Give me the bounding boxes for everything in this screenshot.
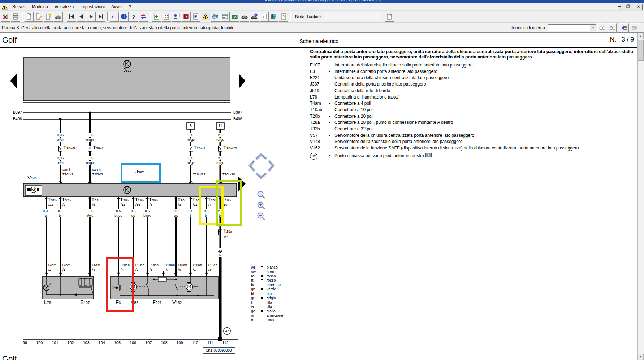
- bus-b406-left: B406: [13, 117, 22, 121]
- help-button[interactable]: ?: [129, 12, 138, 22]
- v148-motor-symbol: [25, 185, 42, 195]
- j519-label: J519: [123, 68, 131, 73]
- nav-first-button[interactable]: [67, 12, 76, 22]
- toolbar-separator: [65, 12, 65, 21]
- zoom-out-button[interactable]: [256, 212, 266, 221]
- schematic-code: 1K1-003090308: [203, 347, 235, 354]
- nav-last-button[interactable]: [96, 12, 105, 22]
- pan-up-button[interactable]: [254, 153, 268, 160]
- service-books-button[interactable]: [269, 12, 278, 22]
- properties-button[interactable]: [385, 12, 394, 22]
- pan-right-button[interactable]: [267, 159, 275, 173]
- application-window: Golf Schema elettrico N. 3 / 9 Centralin…: [0, 0, 644, 360]
- page-info-bar: Pagina 3: Centralina della porta anterio…: [0, 23, 644, 33]
- highlight-blue-j387: [121, 163, 161, 183]
- search-find-button[interactable]: [597, 23, 606, 32]
- ground-point-47: 47: [223, 327, 231, 335]
- prev-section-triangle: [10, 74, 17, 88]
- schematic-new-button[interactable]: [152, 12, 161, 22]
- menu-avvisi[interactable]: Avvisi: [108, 4, 126, 10]
- search-label: TTermine di ricerca:: [510, 25, 546, 30]
- minimize-button[interactable]: [617, 4, 625, 10]
- combo-dropdown-button[interactable]: ▼: [590, 25, 596, 31]
- vehicle-small-button[interactable]: [240, 12, 249, 22]
- zoom-select-button[interactable]: [256, 190, 266, 199]
- toolbar-separator: [150, 12, 151, 21]
- search-input[interactable]: [548, 25, 590, 31]
- window-title: Sistema elettronico di informazioni per …: [0, 0, 644, 2]
- refresh-button[interactable]: [139, 12, 148, 22]
- menu-servizi[interactable]: Servizi: [9, 4, 29, 10]
- menu-impostazioni[interactable]: Impostazioni: [77, 4, 108, 10]
- e107-label: E107: [80, 300, 90, 305]
- warnings-button[interactable]: [201, 12, 210, 22]
- toolbar-separator: [290, 12, 291, 21]
- next-section-triangle-top: [239, 74, 246, 88]
- panel-button[interactable]: [220, 12, 230, 22]
- l76-label: L76: [44, 300, 51, 305]
- new-document-button[interactable]: [24, 12, 34, 22]
- vehicle-button[interactable]: [53, 12, 63, 22]
- f221-label: F221: [152, 300, 162, 305]
- bus-b406-right: B406: [233, 117, 242, 121]
- vertical-scrollbar[interactable]: ▲ ▼: [637, 33, 644, 360]
- schematic-overview-button[interactable]: [162, 12, 171, 22]
- toolbar-separator: [107, 12, 108, 21]
- document-list-button[interactable]: [191, 12, 200, 22]
- close-button[interactable]: ×: [635, 4, 643, 10]
- schematic-artwork: [0, 0, 644, 360]
- app-warning-icon: [1, 4, 8, 10]
- track-number-row: 9910010110210310410510610710810911011111…: [23, 341, 229, 345]
- new-entry-button[interactable]: [44, 12, 53, 22]
- document-help-button[interactable]: ?: [279, 12, 288, 22]
- checklist-button[interactable]: [259, 12, 269, 22]
- exit-button[interactable]: [1, 12, 10, 22]
- menu-modifica[interactable]: Modifica: [29, 4, 51, 10]
- scroll-down-button[interactable]: ▼: [638, 354, 644, 360]
- nav-prev-button[interactable]: [77, 12, 86, 22]
- edit-document-button[interactable]: [34, 12, 43, 22]
- result-list-forward-button[interactable]: [630, 23, 639, 32]
- vehicle-info-button[interactable]: [250, 12, 259, 22]
- toolbar-separator: [22, 12, 23, 21]
- bus-b397-right: B397: [233, 110, 242, 114]
- menu-visualizza[interactable]: Visualizza: [51, 4, 77, 10]
- info-button[interactable]: [119, 12, 129, 22]
- search-zone: TTermine di ricerca: ▼: [510, 23, 644, 32]
- menu-help[interactable]: ?: [126, 4, 135, 10]
- highlight-red-f3: [106, 257, 134, 312]
- scroll-up-button[interactable]: ▲: [638, 33, 644, 39]
- zoom-in-button[interactable]: [256, 201, 266, 210]
- v148-label: V148: [27, 176, 37, 180]
- customer-data-button[interactable]: [172, 12, 181, 22]
- j519-box: [23, 58, 230, 103]
- order-notes-input[interactable]: [324, 13, 381, 20]
- window-controls: ×: [617, 4, 644, 10]
- toolbar: t.. ? ? Note d'ordine:: [0, 11, 644, 23]
- scrollbar-thumb[interactable]: [638, 40, 644, 61]
- fuse-11-label: 11: [216, 123, 224, 129]
- schematic-page: Golf Schema elettrico N. 3 / 9 Centralin…: [0, 0, 644, 360]
- search-find-next-button[interactable]: [608, 23, 617, 32]
- print-button[interactable]: [11, 12, 20, 22]
- pan-left-button[interactable]: [248, 159, 256, 173]
- bus-lines: [23, 111, 231, 120]
- window-titlebar: Sistema elettronico di informazioni per …: [0, 0, 644, 3]
- manual-button[interactable]: [181, 12, 191, 22]
- pan-down-button[interactable]: [254, 172, 268, 179]
- nav-next-button[interactable]: [86, 12, 96, 22]
- web-button[interactable]: [211, 12, 220, 22]
- goto-button[interactable]: t..: [109, 12, 119, 22]
- bus-b397-left: B397: [13, 110, 22, 114]
- v162-label: V162: [172, 300, 182, 305]
- order-notes-label: Note d'ordine:: [295, 14, 322, 19]
- component-box-l76-e107: [43, 276, 94, 299]
- svg-text:?: ?: [282, 14, 285, 19]
- service-notes-button[interactable]: [230, 12, 239, 22]
- highlight-green-t20b19: [216, 180, 242, 226]
- search-combobox[interactable]: ▼: [548, 24, 596, 31]
- page-description: Pagina 3: Centralina della porta anterio…: [0, 25, 233, 30]
- restore-button[interactable]: [626, 4, 634, 10]
- menu-bar: Servizi Modifica Visualizza Impostazioni…: [0, 3, 644, 11]
- result-list-back-button[interactable]: [620, 23, 629, 32]
